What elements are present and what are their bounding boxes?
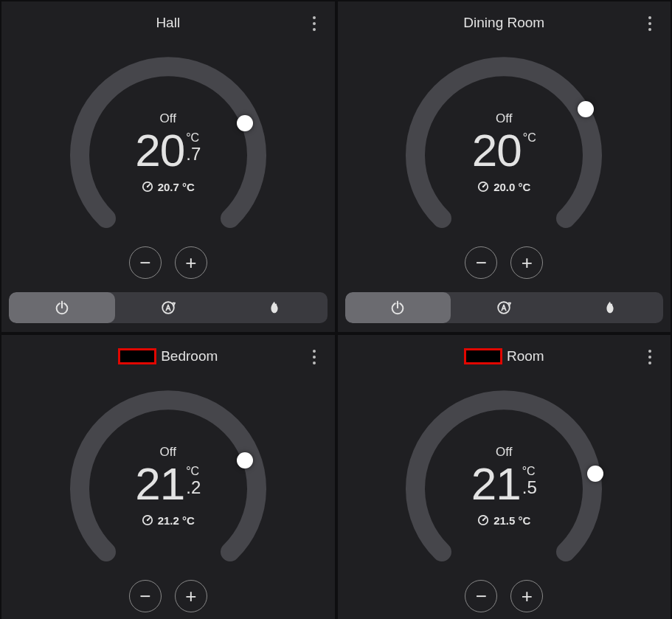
card-title-text: Bedroom [161, 348, 218, 364]
decrease-button[interactable]: − [129, 246, 162, 279]
thermostat-card: BedroomOff21°C.221.2 °C−+ [1, 335, 335, 619]
hvac-mode-bar [345, 292, 664, 323]
current-temperature: 21.5 °C [477, 514, 530, 527]
mode-auto-button[interactable] [115, 292, 221, 323]
hvac-mode-bar [9, 292, 328, 323]
dial-readout: Off20°C20.0 °C [393, 53, 614, 245]
target-temperature-dec: .7 [186, 145, 201, 163]
flame-icon [266, 300, 283, 316]
card-title: Bedroom [118, 348, 218, 364]
temperature-dial[interactable]: Off21°C.521.5 °C [393, 387, 614, 578]
hvac-state: Off [496, 111, 512, 126]
dial-readout: Off20°C.720.7 °C [58, 53, 279, 245]
temperature-unit: °C [186, 132, 199, 144]
minus-icon: − [139, 252, 150, 274]
mode-off-button[interactable] [345, 292, 451, 323]
temperature-unit: °C [186, 466, 199, 477]
more-menu-icon[interactable] [644, 12, 656, 35]
plus-icon: + [185, 585, 196, 608]
plus-icon: + [522, 252, 533, 274]
current-temperature: 21.2 °C [142, 514, 195, 527]
card-title-text: Room [507, 348, 544, 364]
temperature-step-row: −+ [129, 246, 207, 279]
thermostat-card: RoomOff21°C.521.5 °C−+ [338, 335, 671, 619]
flame-icon [602, 300, 618, 316]
increase-button[interactable]: + [510, 246, 543, 279]
temperature-dial[interactable]: Off20°C20.0 °C [393, 53, 614, 245]
current-temperature-value: 21.2 °C [158, 514, 195, 527]
decrease-button[interactable]: − [465, 580, 497, 612]
auto-icon [160, 300, 176, 316]
card-title: Room [464, 348, 544, 364]
current-temperature-value: 20.7 °C [158, 181, 195, 193]
hvac-state: Off [160, 111, 176, 126]
dial-readout: Off21°C.221.2 °C [58, 387, 279, 578]
more-menu-icon[interactable] [644, 345, 656, 369]
current-temperature-value: 21.5 °C [493, 514, 530, 527]
plus-icon: + [522, 585, 533, 608]
increase-button[interactable]: + [175, 246, 207, 279]
target-temperature: 21°C.2 [135, 461, 201, 507]
current-temperature-value: 20.0 °C [493, 181, 530, 193]
power-icon [54, 300, 70, 316]
redacted-label [464, 348, 502, 364]
current-temperature: 20.7 °C [142, 181, 195, 193]
temperature-step-row: −+ [465, 246, 543, 279]
decrease-button[interactable]: − [465, 246, 497, 279]
minus-icon: − [139, 585, 150, 608]
temperature-step-row: −+ [465, 580, 543, 612]
thermostat-card: Dining RoomOff20°C20.0 °C−+ [338, 1, 671, 332]
target-temperature-int: 21 [471, 461, 521, 507]
temperature-unit: °C [522, 466, 536, 477]
more-menu-icon[interactable] [308, 12, 320, 35]
mode-auto-button[interactable] [451, 292, 557, 323]
increase-button[interactable]: + [175, 580, 207, 612]
current-temperature: 20.0 °C [477, 181, 530, 193]
mode-off-button[interactable] [9, 292, 115, 323]
target-temperature-int: 21 [135, 461, 184, 507]
target-temperature-dec: .5 [522, 479, 537, 497]
decrease-button[interactable]: − [129, 580, 162, 612]
temperature-step-row: −+ [129, 580, 207, 612]
increase-button[interactable]: + [510, 580, 543, 612]
card-title: Hall [156, 15, 180, 31]
plus-icon: + [185, 252, 196, 274]
mode-heat-button[interactable] [557, 292, 663, 323]
thermostat-card: HallOff20°C.720.7 °C−+ [1, 1, 335, 332]
redacted-label [118, 348, 156, 364]
auto-icon [496, 300, 512, 316]
temperature-dial[interactable]: Off20°C.720.7 °C [58, 53, 279, 245]
target-temperature-int: 20 [135, 128, 184, 173]
card-title-text: Dining Room [463, 15, 544, 31]
target-temperature: 20°C [472, 128, 536, 173]
card-title-text: Hall [156, 15, 180, 31]
dial-readout: Off21°C.521.5 °C [393, 387, 614, 578]
minus-icon: − [476, 585, 487, 608]
target-temperature-dec: .2 [186, 479, 201, 497]
mode-heat-button[interactable] [221, 292, 328, 323]
more-menu-icon[interactable] [308, 345, 320, 369]
temperature-unit: °C [523, 132, 536, 144]
target-temperature-int: 20 [472, 128, 522, 173]
minus-icon: − [476, 252, 487, 274]
hvac-state: Off [160, 445, 176, 460]
power-icon [389, 300, 406, 316]
target-temperature: 20°C.7 [135, 128, 201, 173]
card-title: Dining Room [463, 15, 544, 31]
target-temperature: 21°C.5 [471, 461, 537, 507]
hvac-state: Off [496, 445, 512, 460]
temperature-dial[interactable]: Off21°C.221.2 °C [58, 387, 279, 578]
